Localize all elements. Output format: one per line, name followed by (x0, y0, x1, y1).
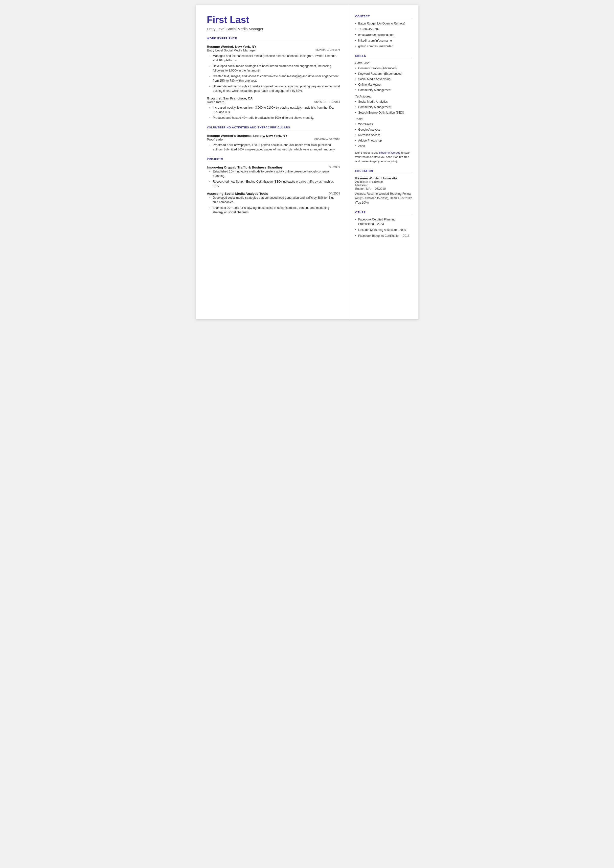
skill-item: Microsoft Access (355, 133, 412, 137)
job-title-date-2: Radio Intern 06/2010 – 12/2014 (207, 100, 340, 104)
bullet-item: Developed social media strategies that e… (209, 196, 340, 204)
resume-page: First Last Entry Level Social Media Mana… (196, 5, 419, 319)
reminder-text-before: Don't forget to use (355, 151, 379, 154)
project-bullets-1: Established 10+ innovative methods to cr… (207, 169, 340, 188)
skill-item: Community Management (355, 88, 412, 92)
edu-awards-1: Awards: Resume Worded Teaching Fellow (o… (355, 191, 412, 205)
skill-item: Social Media Analytics (355, 99, 412, 104)
bullet-item: Established 10+ innovative methods to cr… (209, 169, 340, 178)
other-item-1: Facebook Certified Planning Professional… (355, 217, 412, 226)
skill-item: Content Creation (Advanced) (355, 66, 412, 70)
volunteer-bullets-1: Proofread 670+ newspapers, 1200+ printed… (207, 143, 340, 152)
volunteer-entry-1: Resume Worded's Business Society, New Yo… (207, 134, 340, 152)
job-date-2: 06/2010 – 12/2014 (314, 100, 340, 104)
skill-item: WordPress (355, 122, 412, 126)
bullet-item: Produced and hosted 40+ radio broadcasts… (209, 116, 340, 120)
other-item-2: LinkedIn Marketing Associate - 2020 (355, 228, 412, 232)
skill-item: Zoho (355, 144, 412, 148)
tools-list: WordPress Google Analytics Microsoft Acc… (355, 122, 412, 148)
contact-item-phone: +1-234-456-789 (355, 27, 412, 31)
skill-item: Online Marketing (355, 82, 412, 87)
volunteer-title-date-1: Proofreader 06/2009 – 04/2010 (207, 138, 340, 141)
volunteer-date-1: 06/2009 – 04/2010 (314, 138, 340, 141)
techniques-label: Techniques: (355, 95, 412, 98)
job-entry-1: Resume Worded, New York, NY Entry Level … (207, 45, 340, 93)
skill-item: Google Analytics (355, 127, 412, 132)
contact-list: Baton Rouge, LA (Open to Remote) +1-234-… (355, 21, 412, 48)
candidate-name: First Last (207, 15, 340, 25)
work-experience-heading: WORK EXPERIENCE (207, 37, 340, 41)
bullet-item: Increased weekly listeners from 3,000 to… (209, 106, 340, 114)
reminder-link[interactable]: Resume Worded (379, 151, 400, 154)
skill-item: Search Engine Optimization (SEO) (355, 110, 412, 115)
volunteer-title-1: Proofreader (207, 138, 224, 141)
bullet-item: Managed and increased social media prese… (209, 54, 340, 63)
edu-location-date-1: Boston, MA — 05/2010 (355, 187, 412, 191)
edu-school-1: Resume Worded University (355, 176, 412, 180)
volunteering-heading: VOLUNTEERING ACTIVITIES AND EXTRACURRICU… (207, 126, 340, 130)
bullet-item: Created text, images, and videos to comm… (209, 74, 340, 83)
bullet-item: Examined 20+ tools for analyzing the suc… (209, 206, 340, 214)
project-entry-2: Assessing Social Media Analytic Tools 04… (207, 192, 340, 196)
education-entry-1: Resume Worded University Associate of Sc… (355, 176, 412, 205)
right-column: CONTACT Baton Rouge, LA (Open to Remote)… (349, 5, 419, 319)
reminder-box: Don't forget to use Resume Worded to sca… (355, 151, 412, 163)
projects-heading: PROJECTS (207, 158, 340, 162)
job-bullets-2: Increased weekly listeners from 3,000 to… (207, 106, 340, 120)
contact-item-email: email@resumeworded.com (355, 33, 412, 37)
project-entry-1: Improving Organic Traffic & Business Bra… (207, 166, 340, 169)
job-entry-2: Growthsi, San Francisco, CA Radio Intern… (207, 96, 340, 120)
project-title-2: Assessing Social Media Analytic Tools (207, 192, 268, 196)
bullet-item: Developed social media strategies to boo… (209, 64, 340, 73)
bullet-item: Utilized data-driven insights to make in… (209, 84, 340, 93)
edu-degree-1: Associate of Science (355, 180, 412, 183)
hard-skills-list: Content Creation (Advanced) Keyword Rese… (355, 66, 412, 92)
job-title-2: Radio Intern (207, 100, 225, 104)
bullet-item: Researched how Search Engine Optimizatio… (209, 179, 340, 188)
contact-item-linkedin: linkedin.com/in/username (355, 38, 412, 43)
job-title-date-1: Entry Level Social Media Manager 01/2015… (207, 48, 340, 52)
contact-heading: CONTACT (355, 15, 412, 19)
hard-skills-label: Hard Skills: (355, 61, 412, 65)
skill-item: Adobe Photoshop (355, 138, 412, 143)
other-item-3: Facebook Blueprint Certification - 2018 (355, 234, 412, 238)
skill-item: Keyword Research (Experienced) (355, 71, 412, 76)
volunteer-company-1: Resume Worded's Business Society, New Yo… (207, 134, 340, 138)
skill-item: Social Media Advertising (355, 77, 412, 81)
bullet-item: Proofread 670+ newspapers, 1200+ printed… (209, 143, 340, 152)
other-heading: OTHER (355, 211, 412, 215)
job-bullets-1: Managed and increased social media prese… (207, 54, 340, 93)
project-bullets-2: Developed social media strategies that e… (207, 196, 340, 214)
project-date-1: 05/2009 (329, 166, 340, 169)
name-section: First Last Entry Level Social Media Mana… (207, 15, 340, 31)
skill-item: Community Management (355, 105, 412, 109)
left-column: First Last Entry Level Social Media Mana… (196, 5, 349, 319)
candidate-subtitle: Entry Level Social Media Manager (207, 27, 340, 31)
project-title-1: Improving Organic Traffic & Business Bra… (207, 166, 282, 169)
job-company-1: Resume Worded, New York, NY (207, 45, 340, 48)
techniques-list: Social Media Analytics Community Managem… (355, 99, 412, 115)
contact-item-location: Baton Rouge, LA (Open to Remote) (355, 21, 412, 26)
other-list: Facebook Certified Planning Professional… (355, 217, 412, 238)
education-heading: EDUCATION (355, 169, 412, 174)
job-title-1: Entry Level Social Media Manager (207, 48, 256, 52)
project-date-2: 04/2009 (329, 192, 340, 195)
tools-label: Tools: (355, 117, 412, 121)
contact-item-github: github.com/resumeworded (355, 44, 412, 48)
job-company-2: Growthsi, San Francisco, CA (207, 96, 340, 100)
edu-field-1: Marketing (355, 183, 412, 187)
skills-heading: SKILLS (355, 54, 412, 59)
job-date-1: 01/2015 – Present (315, 48, 340, 52)
